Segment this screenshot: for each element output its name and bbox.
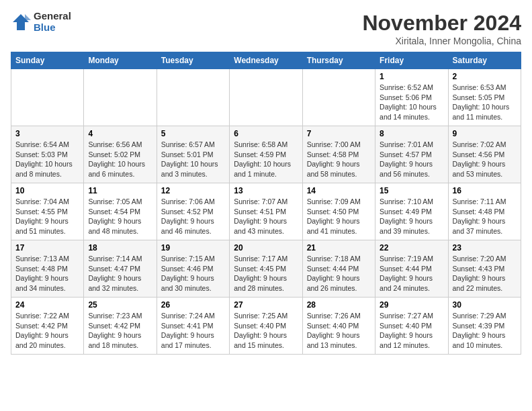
day-number: 6	[234, 129, 298, 138]
day-number: 19	[161, 243, 225, 253]
day-info: Sunrise: 7:19 AM Sunset: 4:44 PM Dayligh…	[380, 255, 433, 292]
day-cell: 5Sunrise: 6:57 AM Sunset: 5:01 PM Daylig…	[157, 126, 229, 183]
day-info: Sunrise: 7:20 AM Sunset: 4:43 PM Dayligh…	[453, 255, 506, 292]
day-cell: 11Sunrise: 7:05 AM Sunset: 4:54 PM Dayli…	[84, 183, 157, 240]
day-info: Sunrise: 7:17 AM Sunset: 4:45 PM Dayligh…	[234, 255, 287, 292]
day-info: Sunrise: 7:01 AM Sunset: 4:57 PM Dayligh…	[380, 140, 433, 178]
day-cell: 1Sunrise: 6:52 AM Sunset: 5:06 PM Daylig…	[375, 69, 448, 126]
week-row-2: 3Sunrise: 6:54 AM Sunset: 5:03 PM Daylig…	[11, 126, 521, 183]
day-number: 11	[88, 186, 152, 195]
logo-general-text: General	[34, 11, 71, 22]
day-cell: 9Sunrise: 7:02 AM Sunset: 4:56 PM Daylig…	[448, 126, 521, 183]
day-number: 16	[453, 186, 517, 195]
day-info: Sunrise: 7:09 AM Sunset: 4:50 PM Dayligh…	[307, 197, 361, 235]
day-cell: 8Sunrise: 7:01 AM Sunset: 4:57 PM Daylig…	[375, 126, 448, 183]
day-info: Sunrise: 7:26 AM Sunset: 4:40 PM Dayligh…	[307, 312, 361, 349]
day-cell: 24Sunrise: 7:22 AM Sunset: 4:42 PM Dayli…	[11, 298, 84, 355]
day-cell	[157, 69, 229, 126]
day-info: Sunrise: 6:53 AM Sunset: 5:05 PM Dayligh…	[453, 83, 510, 121]
day-cell: 29Sunrise: 7:27 AM Sunset: 4:40 PM Dayli…	[375, 298, 448, 355]
day-info: Sunrise: 7:07 AM Sunset: 4:51 PM Dayligh…	[234, 197, 287, 235]
day-number: 3	[15, 129, 79, 138]
day-info: Sunrise: 7:15 AM Sunset: 4:46 PM Dayligh…	[161, 255, 215, 292]
day-info: Sunrise: 7:13 AM Sunset: 4:48 PM Dayligh…	[15, 255, 69, 292]
day-cell: 6Sunrise: 6:58 AM Sunset: 4:59 PM Daylig…	[230, 126, 302, 183]
day-info: Sunrise: 7:24 AM Sunset: 4:41 PM Dayligh…	[161, 312, 215, 349]
day-number: 24	[15, 300, 79, 310]
day-cell: 19Sunrise: 7:15 AM Sunset: 4:46 PM Dayli…	[157, 240, 229, 298]
day-number: 2	[453, 72, 517, 81]
day-cell	[302, 69, 375, 126]
day-cell: 21Sunrise: 7:18 AM Sunset: 4:44 PM Dayli…	[302, 240, 375, 298]
day-cell: 27Sunrise: 7:25 AM Sunset: 4:40 PM Dayli…	[230, 298, 302, 355]
day-cell: 18Sunrise: 7:14 AM Sunset: 4:47 PM Dayli…	[84, 240, 157, 298]
day-number: 20	[234, 243, 298, 253]
day-info: Sunrise: 6:56 AM Sunset: 5:02 PM Dayligh…	[88, 140, 145, 178]
column-header-sunday: Sunday	[11, 52, 84, 69]
column-header-wednesday: Wednesday	[230, 52, 302, 69]
day-number: 7	[307, 129, 371, 138]
day-info: Sunrise: 6:54 AM Sunset: 5:03 PM Dayligh…	[15, 140, 73, 178]
day-info: Sunrise: 7:14 AM Sunset: 4:47 PM Dayligh…	[88, 255, 142, 292]
column-header-saturday: Saturday	[448, 52, 521, 69]
day-number: 26	[161, 300, 225, 310]
day-cell: 30Sunrise: 7:29 AM Sunset: 4:39 PM Dayli…	[448, 298, 521, 355]
day-number: 21	[307, 243, 371, 253]
day-cell: 12Sunrise: 7:06 AM Sunset: 4:52 PM Dayli…	[157, 183, 229, 240]
column-header-thursday: Thursday	[302, 52, 375, 69]
day-cell: 25Sunrise: 7:23 AM Sunset: 4:42 PM Dayli…	[84, 298, 157, 355]
day-cell: 16Sunrise: 7:11 AM Sunset: 4:48 PM Dayli…	[448, 183, 521, 240]
month-title: November 2024	[362, 11, 521, 36]
column-header-monday: Monday	[84, 52, 157, 69]
location-title: Xiritala, Inner Mongolia, China	[362, 36, 521, 46]
day-info: Sunrise: 6:57 AM Sunset: 5:01 PM Dayligh…	[161, 140, 218, 178]
day-number: 25	[88, 300, 152, 310]
day-number: 14	[307, 186, 371, 195]
day-info: Sunrise: 7:11 AM Sunset: 4:48 PM Dayligh…	[453, 197, 506, 235]
day-cell: 3Sunrise: 6:54 AM Sunset: 5:03 PM Daylig…	[11, 126, 84, 183]
column-header-tuesday: Tuesday	[157, 52, 229, 69]
logo-icon	[11, 12, 31, 32]
day-number: 10	[15, 186, 79, 195]
day-number: 4	[88, 129, 152, 138]
header: General Blue November 2024 Xiritala, Inn…	[11, 11, 521, 46]
day-number: 18	[88, 243, 152, 253]
day-info: Sunrise: 7:29 AM Sunset: 4:39 PM Dayligh…	[453, 312, 506, 349]
day-info: Sunrise: 7:06 AM Sunset: 4:52 PM Dayligh…	[161, 197, 215, 235]
day-info: Sunrise: 7:04 AM Sunset: 4:55 PM Dayligh…	[15, 197, 69, 235]
week-row-3: 10Sunrise: 7:04 AM Sunset: 4:55 PM Dayli…	[11, 183, 521, 240]
day-cell: 28Sunrise: 7:26 AM Sunset: 4:40 PM Dayli…	[302, 298, 375, 355]
day-number: 15	[380, 186, 443, 195]
day-cell: 17Sunrise: 7:13 AM Sunset: 4:48 PM Dayli…	[11, 240, 84, 298]
day-number: 5	[161, 129, 225, 138]
day-cell: 14Sunrise: 7:09 AM Sunset: 4:50 PM Dayli…	[302, 183, 375, 240]
day-cell: 7Sunrise: 7:00 AM Sunset: 4:58 PM Daylig…	[302, 126, 375, 183]
day-number: 30	[453, 300, 517, 310]
calendar-table: SundayMondayTuesdayWednesdayThursdayFrid…	[11, 52, 521, 355]
day-cell: 23Sunrise: 7:20 AM Sunset: 4:43 PM Dayli…	[448, 240, 521, 298]
day-cell	[84, 69, 157, 126]
day-cell: 2Sunrise: 6:53 AM Sunset: 5:05 PM Daylig…	[448, 69, 521, 126]
day-cell	[230, 69, 302, 126]
day-info: Sunrise: 7:23 AM Sunset: 4:42 PM Dayligh…	[88, 312, 142, 349]
day-number: 12	[161, 186, 225, 195]
svg-marker-1	[25, 14, 31, 20]
day-number: 9	[453, 129, 517, 138]
day-number: 28	[307, 300, 371, 310]
day-cell: 20Sunrise: 7:17 AM Sunset: 4:45 PM Dayli…	[230, 240, 302, 298]
logo-blue-text: Blue	[34, 22, 71, 34]
day-info: Sunrise: 7:00 AM Sunset: 4:58 PM Dayligh…	[307, 140, 361, 178]
day-number: 8	[380, 129, 443, 138]
day-info: Sunrise: 7:18 AM Sunset: 4:44 PM Dayligh…	[307, 255, 361, 292]
day-number: 27	[234, 300, 298, 310]
day-cell: 13Sunrise: 7:07 AM Sunset: 4:51 PM Dayli…	[230, 183, 302, 240]
day-cell: 26Sunrise: 7:24 AM Sunset: 4:41 PM Dayli…	[157, 298, 229, 355]
day-cell: 10Sunrise: 7:04 AM Sunset: 4:55 PM Dayli…	[11, 183, 84, 240]
day-info: Sunrise: 7:27 AM Sunset: 4:40 PM Dayligh…	[380, 312, 433, 349]
week-row-4: 17Sunrise: 7:13 AM Sunset: 4:48 PM Dayli…	[11, 240, 521, 298]
header-row: SundayMondayTuesdayWednesdayThursdayFrid…	[11, 52, 521, 69]
day-number: 13	[234, 186, 298, 195]
day-cell	[11, 69, 84, 126]
day-info: Sunrise: 6:58 AM Sunset: 4:59 PM Dayligh…	[234, 140, 291, 178]
day-number: 1	[380, 72, 443, 81]
